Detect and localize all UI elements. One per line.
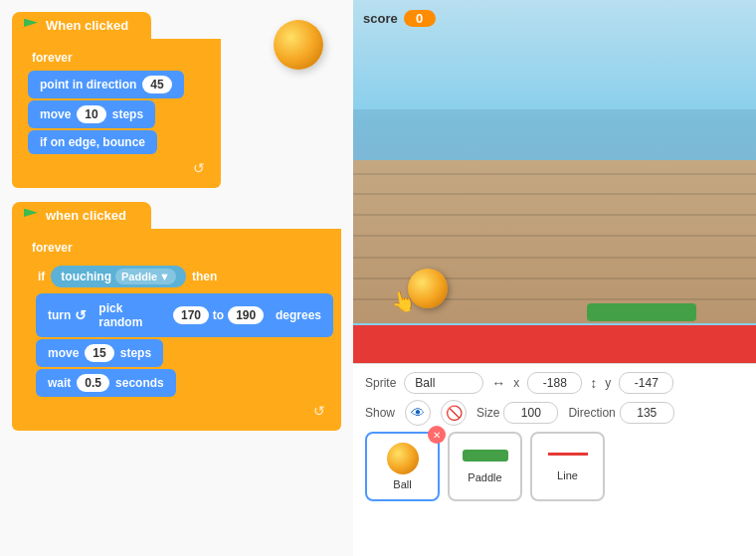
steps-label-2: steps [120,346,151,360]
rotation-arrow-1: ↺ [193,160,205,176]
cursor-hand: 👆 [389,287,418,315]
when-clicked-label-1: When clicked [46,18,128,33]
forever-label-2: forever [32,241,73,255]
to-label: to [213,308,224,322]
direction-label: Direction [568,406,615,420]
info-panel: Sprite ↔ x ↕ y Show 👁 🚫 Size Direction [353,363,756,556]
random-from-val[interactable]: 170 [173,306,209,324]
paddle-label: Paddle [121,271,157,282]
score-value: 0 [404,10,436,27]
forever-block-2[interactable]: forever [20,237,85,259]
block-group-2: when clicked forever if touching Paddle … [12,202,341,431]
stage: score 0 👆 [353,0,756,363]
ball-thumb-image [387,443,419,474]
show-row: Show 👁 🚫 Size Direction [365,400,744,426]
show-eye-button[interactable]: 👁 [405,400,431,426]
ball-delete-button[interactable]: ✕ [428,426,446,444]
size-label: Size [476,406,499,420]
direction-group: Direction [568,402,673,424]
size-input[interactable] [503,402,558,424]
move-steps-block-1[interactable]: move 10 steps [28,100,155,128]
sprite-info-row: Sprite ↔ x ↕ y [365,372,744,394]
steps-label-1: steps [112,107,143,121]
dropdown-arrow: ▼ [159,271,170,282]
show-label: Show [365,406,395,420]
line-thumb-label: Line [557,469,578,481]
move-steps-block-2[interactable]: move 15 steps [36,339,163,367]
if-label: if [38,270,45,283]
forever-label-1: forever [32,51,73,65]
score-label: score [363,11,398,26]
flag-icon-2 [24,209,38,223]
seconds-label: seconds [115,376,164,390]
score-display: score 0 [363,10,436,27]
wait-block[interactable]: wait 0.5 seconds [36,369,176,397]
touching-label: touching [61,270,111,283]
point-direction-block[interactable]: point in direction 45 [28,71,184,98]
size-group: Size [476,402,558,424]
paddle-thumb-label: Paddle [468,471,501,483]
point-direction-label: point in direction [40,78,136,92]
x-label: x [513,376,519,390]
line-thumb-image [548,453,588,456]
hide-eye-button[interactable]: 🚫 [441,400,467,426]
rotation-arrow-2: ↺ [313,403,325,419]
y-arrows: ↕ [590,375,597,391]
red-bar [353,325,756,363]
y-input[interactable] [619,372,673,394]
forever-bottom-1: ↺ [20,156,213,180]
x-input[interactable] [527,372,582,394]
x-arrows: ↔ [491,375,505,391]
paddle-sprite [587,303,696,321]
paddle-dropdown[interactable]: Paddle ▼ [115,269,176,284]
move-steps-value-2[interactable]: 15 [85,344,113,362]
forever-wrapper-2: forever if touching Paddle ▼ then turn ↺ [12,229,341,431]
paddle-thumb[interactable]: Paddle [448,432,522,501]
sprite-label: Sprite [365,376,396,390]
when-clicked-label-2: when clicked [46,208,126,223]
forever-block-1[interactable]: forever [20,47,85,69]
paddle-thumb-image [463,450,508,462]
when-flag-block-2[interactable]: when clicked [12,202,151,229]
right-panel: score 0 👆 [353,0,756,556]
move-label-1: move [40,107,71,121]
forever-wrapper-1: forever point in direction 45 move 10 st… [12,39,221,188]
wait-value[interactable]: 0.5 [77,374,109,392]
direction-input[interactable] [620,402,674,424]
then-label: then [192,270,217,283]
y-label: y [605,376,611,390]
edge-bounce-block[interactable]: if on edge, bounce [28,130,157,154]
if-block[interactable]: if touching Paddle ▼ then [28,262,227,291]
touching-block[interactable]: touching Paddle ▼ [51,266,186,287]
turn-label: turn [48,308,71,322]
edge-bounce-label: if on edge, bounce [40,135,145,149]
pick-random-label: pick random [98,301,169,329]
turn-random-block[interactable]: turn ↺ pick random 170 to 190 degrees [36,293,333,337]
move-label-2: move [48,346,79,360]
pick-random-block[interactable]: pick random 170 to 190 [91,298,272,332]
sprite-name-input[interactable] [404,372,483,394]
random-to-val[interactable]: 190 [228,306,264,324]
deco-ball [274,20,323,70]
sprites-row: ✕ Ball Paddle Line [365,432,744,501]
code-panel: When clicked forever point in direction … [0,0,353,556]
forever-bottom-2: ↺ [20,399,333,423]
move-steps-value-1[interactable]: 10 [77,105,105,123]
turn-arrow-icon: ↺ [75,307,87,323]
flag-icon-1 [24,19,38,33]
degrees-label: degrees [276,308,321,322]
ball-thumb[interactable]: ✕ Ball [365,432,440,501]
direction-value[interactable]: 45 [142,76,171,93]
when-flag-block-1[interactable]: When clicked [12,12,151,39]
ball-thumb-label: Ball [393,478,411,490]
line-thumb[interactable]: Line [530,432,605,501]
wait-label: wait [48,376,71,390]
